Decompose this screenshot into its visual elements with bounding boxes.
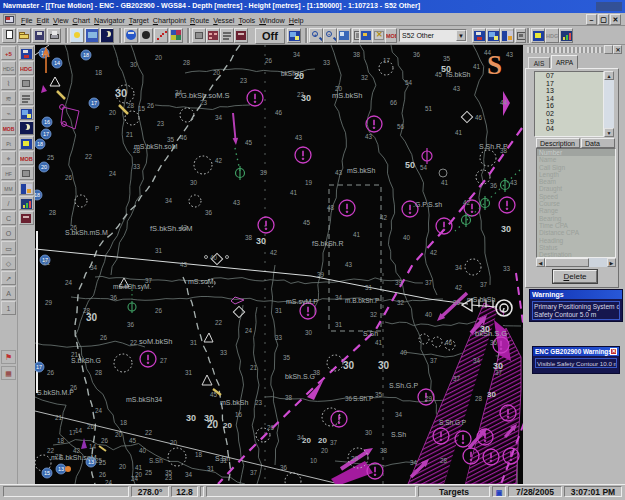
svg-text:38: 38 xyxy=(380,447,388,454)
svg-text:21: 21 xyxy=(126,131,134,138)
svg-text:42: 42 xyxy=(463,199,471,206)
svg-text:34: 34 xyxy=(297,434,305,441)
svg-text:36: 36 xyxy=(413,51,421,58)
svg-text:20: 20 xyxy=(119,463,127,470)
svg-text:19: 19 xyxy=(305,179,313,186)
svg-text:20: 20 xyxy=(335,85,343,92)
svg-text:soM.bkSh: soM.bkSh xyxy=(139,337,172,346)
svg-text:35: 35 xyxy=(375,391,383,398)
svg-text:34: 34 xyxy=(90,264,98,271)
svg-text:mS.bkSh: mS.bkSh xyxy=(467,296,496,303)
svg-text:33: 33 xyxy=(503,265,511,272)
svg-text:45: 45 xyxy=(129,437,137,444)
svg-text:48: 48 xyxy=(327,204,335,211)
svg-text:46: 46 xyxy=(275,109,283,116)
svg-text:42: 42 xyxy=(380,214,388,221)
svg-text:16: 16 xyxy=(235,411,243,418)
svg-text:mS.bkSh.soM: mS.bkSh.soM xyxy=(134,143,178,150)
svg-text:29: 29 xyxy=(45,299,53,306)
svg-text:17: 17 xyxy=(69,429,77,436)
svg-text:26: 26 xyxy=(101,437,109,444)
svg-text:15: 15 xyxy=(138,105,146,112)
svg-text:mS.tiSh.syM.: mS.tiSh.syM. xyxy=(113,283,151,291)
svg-text:38: 38 xyxy=(500,147,508,154)
svg-text:20: 20 xyxy=(318,436,327,445)
svg-text:41: 41 xyxy=(135,464,143,471)
svg-text:mS.syM.P: mS.syM.P xyxy=(286,298,318,306)
svg-text:mS.bkSh: mS.bkSh xyxy=(220,399,249,406)
svg-text:30: 30 xyxy=(365,429,373,436)
svg-text:26: 26 xyxy=(70,224,78,231)
svg-text:44: 44 xyxy=(484,49,492,56)
svg-text:66: 66 xyxy=(390,99,398,106)
svg-text:41: 41 xyxy=(353,231,361,238)
svg-text:14: 14 xyxy=(89,443,97,450)
svg-text:33: 33 xyxy=(323,59,331,66)
svg-text:37: 37 xyxy=(480,281,488,288)
svg-text:51: 51 xyxy=(425,105,433,112)
svg-text:10: 10 xyxy=(310,457,318,464)
svg-text:14: 14 xyxy=(75,427,83,434)
svg-text:34: 34 xyxy=(293,51,301,58)
svg-text:38: 38 xyxy=(353,51,361,58)
svg-text:39: 39 xyxy=(317,271,325,278)
svg-text:28: 28 xyxy=(475,395,483,402)
svg-text:40: 40 xyxy=(400,349,408,356)
svg-text:20: 20 xyxy=(213,69,221,76)
svg-text:43: 43 xyxy=(510,179,518,186)
svg-text:34: 34 xyxy=(215,114,223,121)
svg-text:42: 42 xyxy=(270,249,278,256)
svg-text:45: 45 xyxy=(210,391,218,398)
svg-text:30: 30 xyxy=(204,413,214,423)
svg-text:20: 20 xyxy=(223,421,232,430)
svg-text:30: 30 xyxy=(190,179,198,186)
svg-text:45: 45 xyxy=(303,219,311,226)
svg-text:36: 36 xyxy=(490,339,498,346)
svg-text:30: 30 xyxy=(130,61,138,68)
svg-text:20: 20 xyxy=(155,54,163,61)
svg-text:31: 31 xyxy=(185,369,193,376)
svg-text:20: 20 xyxy=(294,71,304,81)
svg-text:34: 34 xyxy=(410,459,418,466)
svg-text:26: 26 xyxy=(155,307,163,314)
svg-text:18: 18 xyxy=(120,419,128,426)
svg-text:54: 54 xyxy=(420,164,428,171)
svg-text:43: 43 xyxy=(180,224,188,231)
svg-text:22: 22 xyxy=(85,153,93,160)
svg-text:mS.bkSh34: mS.bkSh34 xyxy=(126,396,162,403)
svg-text:37: 37 xyxy=(425,279,433,286)
svg-text:31: 31 xyxy=(207,465,215,472)
svg-text:33: 33 xyxy=(133,163,141,170)
svg-text:36: 36 xyxy=(490,182,498,189)
svg-text:14: 14 xyxy=(54,60,60,66)
svg-text:m.B.bkSh.P: m.B.bkSh.P xyxy=(345,297,379,304)
svg-text:bkSh.S.G: bkSh.S.G xyxy=(285,373,315,380)
svg-text:35: 35 xyxy=(283,354,291,361)
svg-text:21: 21 xyxy=(55,414,63,421)
svg-text:P: P xyxy=(95,125,99,132)
svg-text:34: 34 xyxy=(473,357,481,364)
svg-text:32: 32 xyxy=(361,74,369,81)
svg-text:36: 36 xyxy=(205,209,213,216)
svg-text:26: 26 xyxy=(87,423,95,430)
svg-text:S.Sh.G.P: S.Sh.G.P xyxy=(389,382,419,389)
svg-text:34: 34 xyxy=(165,197,173,204)
svg-text:42: 42 xyxy=(73,447,81,454)
svg-text:37: 37 xyxy=(250,469,258,476)
svg-text:18: 18 xyxy=(95,69,103,76)
svg-text:28: 28 xyxy=(95,369,103,376)
svg-text:40: 40 xyxy=(403,234,411,241)
svg-text:36: 36 xyxy=(280,464,288,471)
svg-text:21: 21 xyxy=(71,351,79,358)
svg-text:32: 32 xyxy=(370,311,378,318)
svg-text:20: 20 xyxy=(41,164,47,170)
svg-text:28: 28 xyxy=(133,147,141,154)
svg-text:42: 42 xyxy=(215,157,223,164)
svg-text:45: 45 xyxy=(435,71,443,78)
svg-text:34: 34 xyxy=(395,411,403,418)
svg-text:41: 41 xyxy=(473,63,481,70)
svg-text:41: 41 xyxy=(375,339,383,346)
svg-text:29: 29 xyxy=(425,395,433,402)
svg-text:26: 26 xyxy=(453,299,461,306)
svg-text:46: 46 xyxy=(180,134,188,141)
